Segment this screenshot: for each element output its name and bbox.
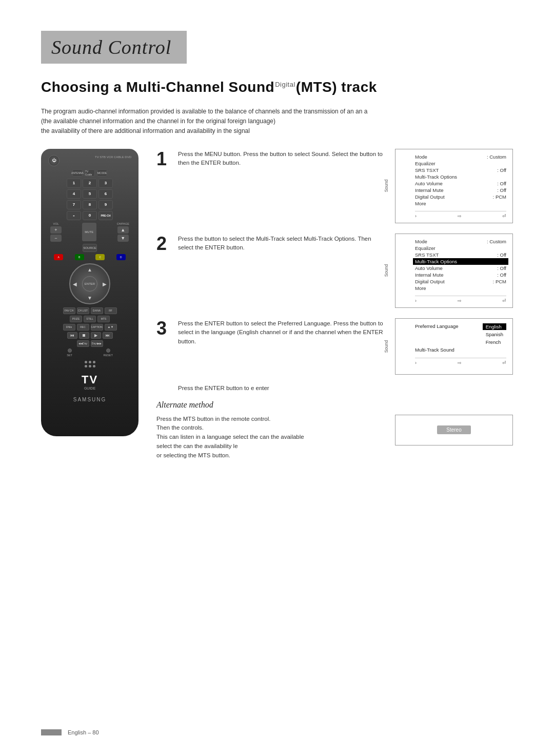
intro-text: The program audio-channel information pr…	[41, 107, 503, 137]
ch-up-button[interactable]: ▲▼	[105, 324, 117, 331]
stop-button[interactable]: ⏹	[79, 332, 89, 339]
day-fwd-button[interactable]: Days▶▶	[91, 340, 103, 347]
dnle-button[interactable]: DNIe	[63, 324, 75, 331]
step2-srstsxt: SRS TSXT: Off	[415, 251, 506, 258]
psize-button[interactable]: PSIZE	[70, 316, 82, 322]
step-2-screen: Sound Mode: Custom Equalizer SRS TSXT: O…	[395, 234, 513, 308]
num-5[interactable]: 5	[83, 189, 97, 199]
rec-button[interactable]: REC	[77, 324, 89, 331]
num-0[interactable]: 0	[83, 211, 97, 220]
step2-digitaloutput: Digital Output: PCM	[415, 278, 506, 285]
ch-list-button[interactable]: CH LIST	[77, 307, 89, 314]
still-button[interactable]: STILL	[84, 316, 96, 322]
blue-button[interactable]: D	[116, 254, 126, 260]
remote-control: ⏻ TV STB VCR CABLE DVD ANTENNA TV Guide …	[41, 149, 138, 436]
antenna-row: ANTENNA TV Guide MCODE	[46, 169, 133, 177]
nav-right-arrow[interactable]: ▶	[103, 281, 107, 286]
set-dot[interactable]	[68, 348, 72, 353]
color-buttons: A B C D	[46, 254, 133, 260]
sound-sidebar-2: Sound	[384, 264, 389, 277]
set-label: SET	[67, 354, 72, 357]
step2-multitrack-highlighted: Multi-Track Options	[413, 258, 508, 265]
num-2[interactable]: 2	[83, 179, 97, 188]
sound-sidebar-1: Sound	[384, 180, 389, 192]
lang-row-multitrack: Multi-Track Sound	[415, 346, 506, 354]
footer-text: English – 80	[68, 729, 99, 735]
remote-column: ⏻ TV STB VCR CABLE DVD ANTENNA TV Guide …	[41, 149, 141, 436]
step-2: 2 Press the button to select the Multi-T…	[156, 234, 513, 308]
source-button[interactable]: SOURCE	[83, 244, 97, 252]
step2-autovolume: Auto Volume: Off	[415, 265, 506, 272]
set-item: SET	[67, 348, 72, 357]
fav-ch-button[interactable]: FAV CH	[63, 307, 75, 314]
num-8[interactable]: 8	[83, 200, 97, 209]
step-1: 1 Press the MENU button. Press the butto…	[156, 149, 513, 223]
step1-multitrack: Multi-Track Options	[415, 173, 506, 180]
day-back-button[interactable]: ◀◀Day	[77, 340, 89, 347]
enter-button[interactable]: ENTER	[82, 276, 97, 292]
power-button[interactable]: ⏻	[48, 155, 60, 166]
page-footer: English – 80	[41, 729, 99, 735]
num-3[interactable]: 3	[98, 179, 113, 188]
step-2-text: Press the button to select the Multi-Tra…	[178, 234, 388, 253]
step1-autovolume: Auto Volume: Off	[415, 180, 506, 187]
source-labels: TV STB VCR CABLE DVD	[95, 155, 131, 159]
step1-footer: ›⇨⏎	[415, 211, 506, 219]
num-4[interactable]: 4	[67, 189, 81, 199]
red-button[interactable]: A	[54, 254, 63, 260]
reset-label: RESET	[103, 354, 112, 357]
step2-mode: Mode: Custom	[415, 238, 506, 245]
mts-button[interactable]: MTS	[97, 316, 110, 322]
ch-label: CH/PAGE	[117, 222, 129, 225]
yellow-button[interactable]: C	[95, 254, 105, 260]
rew-button[interactable]: ⏮	[67, 332, 77, 339]
d-ana-button[interactable]: D/ANA	[91, 307, 103, 314]
nav-down-arrow[interactable]: ▼	[87, 295, 92, 301]
alternate-text: Press the MTS button in the remote contr…	[156, 415, 388, 460]
psize-row: PSIZE STILL MTS	[46, 316, 133, 322]
alternate-content: Press the MTS button in the remote contr…	[156, 415, 513, 460]
play-button[interactable]: ▶	[91, 332, 101, 339]
ch-down[interactable]: ▼	[117, 235, 129, 242]
antenna-button[interactable]: ANTENNA	[72, 169, 83, 177]
step-1-text: Press the MENU button. Press the button …	[178, 149, 388, 168]
caption-button[interactable]: CAPTION	[91, 324, 103, 331]
guide-label: GUIDE	[46, 386, 133, 390]
num-6[interactable]: 6	[98, 189, 113, 199]
step2-footer: ›⇨⏎	[415, 296, 506, 303]
transport-row: ⏮ ⏹ ▶ ⏭	[46, 332, 133, 339]
nav-left-arrow[interactable]: ◀	[73, 281, 77, 286]
step-3-screen: Sound Preferred Language English Spanish…	[395, 318, 513, 375]
num-1[interactable]: 1	[67, 179, 81, 188]
navigation-circle[interactable]: ▲ ▼ ◀ ▶ ENTER	[69, 263, 110, 304]
pre-ch-button[interactable]: PRE-CH	[98, 211, 113, 220]
step-3: 3 Press the ENTER button to select the P…	[156, 318, 513, 375]
subtitle: Choosing a Multi-Channel SoundDigital(MT…	[41, 79, 513, 95]
rf-button[interactable]: RF	[105, 307, 117, 314]
footer-bar	[41, 729, 62, 735]
step-1-screen: Sound Mode: Custom Equalizer SRS TSXT: O…	[395, 149, 513, 223]
reset-dot[interactable]	[106, 348, 110, 353]
page-container: Sound Control Choosing a Multi-Channel S…	[0, 0, 554, 491]
num-7[interactable]: 7	[67, 200, 81, 209]
num-9[interactable]: 9	[98, 200, 113, 209]
nav-up-arrow[interactable]: ▲	[87, 267, 92, 273]
page-title: Sound Control	[51, 36, 171, 59]
vol-up[interactable]: +	[50, 226, 62, 234]
vol-down[interactable]: −	[50, 235, 62, 242]
mute-button[interactable]: MUTE	[82, 223, 96, 241]
num-dash[interactable]: -	[67, 211, 81, 220]
lang-french: French	[483, 339, 506, 345]
title-box: Sound Control	[41, 31, 187, 64]
vol-label: VOL	[53, 222, 58, 225]
tvguide-button[interactable]: TV Guide	[85, 169, 95, 177]
ch-up[interactable]: ▲	[117, 226, 129, 234]
ff-button[interactable]: ⏭	[103, 332, 113, 339]
step1-equalizer: Equalizer	[415, 160, 506, 167]
green-button[interactable]: B	[75, 254, 84, 260]
step-1-number: 1	[156, 150, 171, 168]
mcode-button[interactable]: MCODE	[97, 169, 107, 177]
remote-dots2	[46, 365, 133, 367]
ch-group: CH/PAGE ▲ ▼	[117, 222, 129, 242]
remote-dots	[46, 361, 133, 363]
